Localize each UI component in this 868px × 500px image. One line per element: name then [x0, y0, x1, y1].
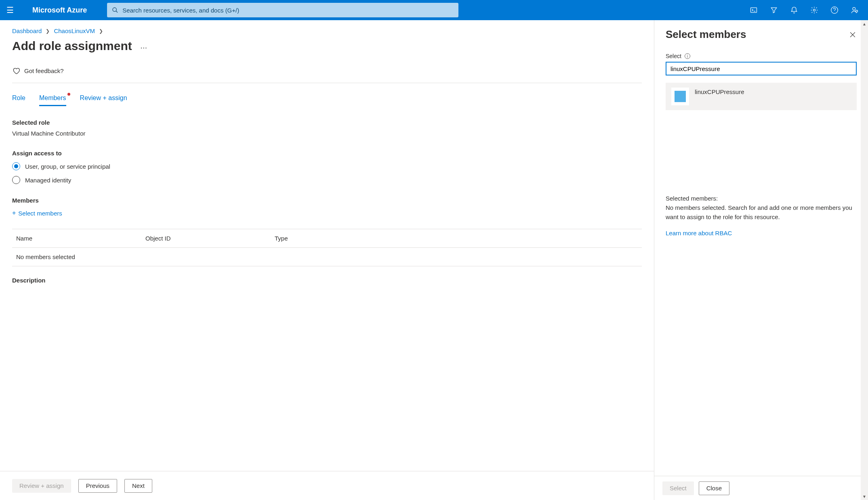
members-empty-row: No members selected: [12, 248, 642, 266]
radio-managed-identity[interactable]: Managed identity: [12, 176, 642, 184]
close-icon[interactable]: [849, 31, 857, 39]
chevron-right-icon: ❯: [99, 28, 103, 34]
scroll-up-icon[interactable]: ▲: [862, 21, 867, 27]
col-name: Name: [16, 235, 145, 242]
selected-members-label: Selected members:: [666, 195, 857, 202]
search-result-item[interactable]: linuxCPUPressure: [666, 83, 857, 110]
selected-members-help: No members selected. Search for and add …: [666, 203, 857, 222]
select-members-link-label: Select members: [18, 210, 62, 217]
notifications-icon[interactable]: [784, 0, 804, 20]
account-icon[interactable]: [845, 0, 865, 20]
breadcrumb-dashboard[interactable]: Dashboard: [12, 27, 42, 34]
select-members-panel: Select members Select i linuxCPUPressure…: [654, 20, 868, 500]
tab-role[interactable]: Role: [12, 94, 25, 106]
description-label: Description: [12, 277, 642, 284]
selected-role-value: Virtual Machine Contributor: [12, 130, 642, 137]
help-icon[interactable]: [824, 0, 845, 20]
cloud-shell-icon[interactable]: [744, 0, 764, 20]
learn-rbac-link[interactable]: Learn more about RBAC: [666, 230, 732, 236]
breadcrumb-resource[interactable]: ChaosLinuxVM: [54, 27, 95, 34]
svg-line-1: [116, 11, 118, 13]
members-table-header: Name Object ID Type: [12, 229, 642, 248]
svg-point-3: [813, 9, 815, 11]
review-assign-button[interactable]: Review + assign: [12, 479, 71, 493]
page-title: Add role assignment: [12, 39, 132, 53]
radio-user-group-principal[interactable]: User, group, or service principal: [12, 162, 642, 170]
more-actions-icon[interactable]: …: [140, 42, 147, 50]
svg-point-5: [853, 7, 855, 10]
panel-select-button[interactable]: Select: [662, 481, 694, 495]
member-search-input[interactable]: [666, 62, 857, 75]
tab-members[interactable]: Members: [39, 94, 66, 106]
panel-close-button[interactable]: Close: [699, 481, 729, 495]
search-result-name: linuxCPUPressure: [695, 88, 744, 95]
tab-members-label: Members: [39, 94, 66, 101]
assign-access-label: Assign access to: [12, 150, 642, 157]
svg-point-0: [113, 8, 116, 11]
radio-label: Managed identity: [25, 177, 71, 184]
col-objid: Object ID: [145, 235, 275, 242]
selected-role-label: Selected role: [12, 119, 642, 126]
previous-button[interactable]: Previous: [78, 479, 117, 493]
select-field-label: Select: [666, 53, 681, 59]
global-search-input[interactable]: [122, 7, 454, 14]
settings-icon[interactable]: [804, 0, 824, 20]
hamburger-menu-icon[interactable]: ☰: [0, 5, 20, 15]
heart-icon: [12, 67, 20, 75]
radio-icon: [12, 162, 20, 170]
radio-label: User, group, or service principal: [25, 163, 110, 170]
svg-point-6: [856, 10, 858, 12]
chevron-right-icon: ❯: [46, 28, 50, 34]
breadcrumb: Dashboard ❯ ChaosLinuxVM ❯: [12, 27, 642, 34]
search-icon: [112, 7, 118, 13]
global-search[interactable]: [107, 3, 458, 17]
scroll-down-icon[interactable]: ▼: [862, 494, 867, 499]
col-type: Type: [275, 235, 355, 242]
next-button[interactable]: Next: [124, 479, 152, 493]
feedback-label: Got feedback?: [24, 67, 64, 74]
svg-rect-2: [751, 8, 757, 13]
members-label: Members: [12, 197, 642, 204]
attention-dot-icon: [67, 93, 70, 96]
resource-icon: [671, 88, 689, 105]
radio-icon: [12, 176, 20, 184]
feedback-link[interactable]: Got feedback?: [12, 67, 642, 83]
info-icon[interactable]: i: [685, 53, 690, 59]
directory-filter-icon[interactable]: [764, 0, 784, 20]
plus-icon: +: [12, 209, 16, 217]
brand-logo[interactable]: Microsoft Azure: [32, 6, 87, 15]
panel-scrollbar[interactable]: ▲ ▼: [861, 20, 868, 500]
tab-review[interactable]: Review + assign: [80, 94, 127, 106]
panel-title: Select members: [666, 28, 746, 41]
select-members-link[interactable]: + Select members: [12, 209, 642, 217]
